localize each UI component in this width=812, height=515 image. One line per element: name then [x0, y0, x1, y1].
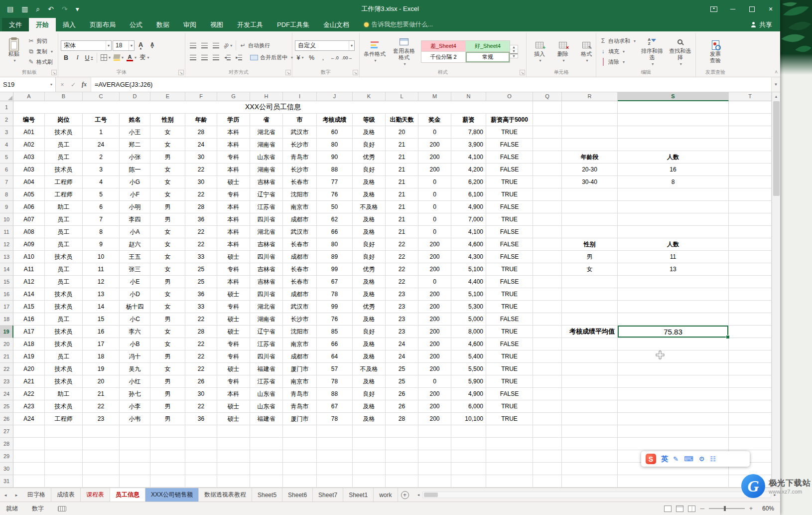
number-format-combo[interactable]: 自定义▾ — [295, 40, 355, 51]
row-header-19[interactable]: 19 — [0, 326, 13, 338]
column-header-H[interactable]: H — [250, 92, 283, 101]
cell-D28[interactable] — [120, 438, 150, 450]
cell-F17[interactable]: 33 — [185, 301, 217, 313]
cell-T21[interactable] — [729, 350, 772, 363]
column-header-I[interactable]: I — [283, 92, 317, 101]
cell-S8[interactable] — [618, 188, 729, 201]
cell-G11[interactable]: 本科 — [217, 226, 250, 238]
cancel-formula-button[interactable]: × — [57, 81, 68, 88]
cell-J3[interactable]: 60 — [317, 126, 353, 139]
cell-J6[interactable]: 88 — [317, 164, 353, 176]
cell-L2[interactable]: 出勤天数 — [386, 114, 418, 126]
cell-N19[interactable]: 8,000 — [451, 326, 486, 338]
zoom-in-button[interactable]: + — [749, 505, 753, 512]
cell-M27[interactable] — [418, 425, 451, 438]
cell-F4[interactable]: 24 — [185, 139, 217, 151]
zoom-slider-thumb[interactable] — [724, 506, 726, 511]
cell-K19[interactable]: 良好 — [353, 326, 386, 338]
formula-input[interactable]: =AVERAGE(J3:J26) — [91, 77, 771, 92]
cell-O20[interactable]: FALSE — [486, 338, 533, 350]
cell-N13[interactable]: 4,300 — [451, 251, 486, 263]
cell-A29[interactable] — [13, 450, 45, 463]
cell-Q13[interactable] — [533, 251, 562, 263]
cell-A1[interactable]: XXX公司员工信息 — [13, 101, 533, 114]
page-break-view-button[interactable] — [688, 506, 695, 512]
cell-C30[interactable] — [83, 463, 120, 475]
cell-K6[interactable]: 良好 — [353, 164, 386, 176]
cell-N12[interactable]: 4,600 — [451, 238, 486, 251]
cell-A21[interactable]: A19 — [13, 350, 45, 363]
cell-B24[interactable]: 助工 — [45, 388, 83, 400]
cell-I6[interactable]: 长沙市 — [283, 164, 317, 176]
cell-A15[interactable]: A12 — [13, 276, 45, 288]
cell-R24[interactable] — [562, 388, 618, 400]
cell-H11[interactable]: 湖北省 — [250, 226, 283, 238]
cell-S24[interactable] — [618, 388, 729, 400]
cell-C14[interactable]: 11 — [83, 263, 120, 276]
cell-R28[interactable] — [562, 438, 618, 450]
cell-A7[interactable]: A04 — [13, 176, 45, 188]
row-header-18[interactable]: 18 — [0, 313, 13, 326]
cell-B17[interactable]: 技术员 — [45, 301, 83, 313]
sheet-tab-Sheet1[interactable]: Sheet1 — [343, 488, 374, 502]
ribbon-tab-文件[interactable]: 文件 — [2, 18, 29, 31]
name-box[interactable]: S19 ▾ — [0, 77, 56, 92]
cell-A18[interactable]: A16 — [13, 313, 45, 326]
cell-E31[interactable] — [150, 475, 185, 488]
cell-K23[interactable]: 及格 — [353, 375, 386, 388]
cell-A23[interactable]: A21 — [13, 375, 45, 388]
font-name-combo[interactable]: 宋体▾ — [61, 40, 112, 51]
row-header-16[interactable]: 16 — [0, 288, 13, 301]
cell-R30[interactable] — [562, 463, 618, 475]
cell-I11[interactable]: 武汉市 — [283, 226, 317, 238]
cell-N23[interactable]: 5,900 — [451, 375, 486, 388]
cell-O16[interactable]: TRUE — [486, 288, 533, 301]
cell-M22[interactable]: 200 — [418, 363, 451, 375]
ime-icon-0[interactable]: ✎ — [673, 455, 678, 463]
cell-O12[interactable]: FALSE — [486, 238, 533, 251]
ribbon-tab-开发工具[interactable]: 开发工具 — [230, 18, 270, 31]
cell-T13[interactable] — [729, 251, 772, 263]
cell-I5[interactable]: 青岛市 — [283, 151, 317, 164]
cell-I9[interactable]: 南京市 — [283, 201, 317, 213]
cell-M10[interactable]: 0 — [418, 213, 451, 226]
cell-G29[interactable] — [217, 450, 250, 463]
cell-G6[interactable]: 本科 — [217, 164, 250, 176]
cell-L23[interactable]: 25 — [386, 375, 418, 388]
cell-I19[interactable]: 沈阳市 — [283, 326, 317, 338]
cell-I14[interactable]: 长春市 — [283, 263, 317, 276]
cell-B16[interactable]: 技术员 — [45, 288, 83, 301]
gallery-down-button[interactable]: ▼ — [510, 49, 518, 53]
cell-D16[interactable]: 小D — [120, 288, 150, 301]
cell-E12[interactable]: 女 — [150, 238, 185, 251]
cell-E21[interactable]: 男 — [150, 350, 185, 363]
cell-L3[interactable]: 20 — [386, 126, 418, 139]
cell-J14[interactable]: 99 — [317, 263, 353, 276]
cell-S26[interactable] — [618, 413, 729, 425]
cell-F6[interactable]: 22 — [185, 164, 217, 176]
cell-N2[interactable]: 薪资 — [451, 114, 486, 126]
row-header-20[interactable]: 20 — [0, 338, 13, 350]
collapse-ribbon-button[interactable]: ˄ — [775, 69, 778, 75]
cell-E11[interactable]: 女 — [150, 226, 185, 238]
cell-H27[interactable] — [250, 425, 283, 438]
cell-M30[interactable] — [418, 463, 451, 475]
cell-R16[interactable] — [562, 288, 618, 301]
cell-L9[interactable]: 21 — [386, 201, 418, 213]
cell-I28[interactable] — [283, 438, 317, 450]
cell-A10[interactable]: A07 — [13, 213, 45, 226]
cell-T8[interactable] — [729, 188, 772, 201]
cell-C29[interactable] — [83, 450, 120, 463]
cell-E5[interactable]: 男 — [150, 151, 185, 164]
cell-T18[interactable] — [729, 313, 772, 326]
column-header-C[interactable]: C — [83, 92, 120, 101]
column-header-L[interactable]: L — [386, 92, 418, 101]
cell-H12[interactable]: 吉林省 — [250, 238, 283, 251]
cell-C6[interactable]: 3 — [83, 164, 120, 176]
cell-H5[interactable]: 山东省 — [250, 151, 283, 164]
cell-L25[interactable]: 26 — [386, 400, 418, 413]
cell-B26[interactable]: 工程师 — [45, 413, 83, 425]
cell-D13[interactable]: 王五 — [120, 251, 150, 263]
cell-T23[interactable] — [729, 375, 772, 388]
cell-L26[interactable]: 28 — [386, 413, 418, 425]
